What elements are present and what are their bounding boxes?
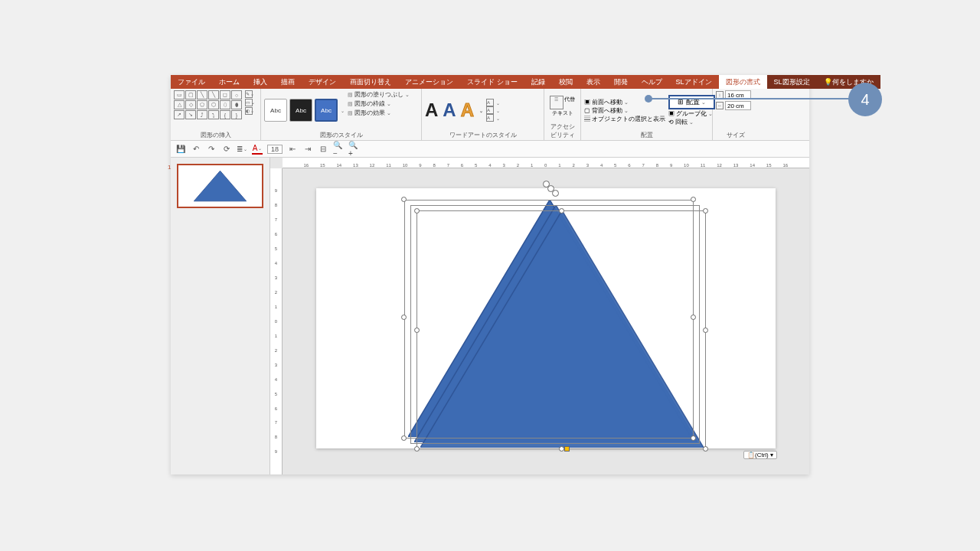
selection-handle[interactable] <box>691 197 696 202</box>
rotate-label: 回転 <box>675 119 688 126</box>
selection-pane-label: オブジェクトの選択と表示 <box>592 116 665 122</box>
tab-sladdin[interactable]: SLアドイン <box>669 75 719 89</box>
group-label: 図形のスタイル <box>264 131 418 139</box>
group-insert-shapes: ▭▢╲╲◻○ △◇⬠⬡⬯⬮ ↗↘⤴⤵{} ✎ ▭ ◐ 図形の挿入 <box>171 89 261 140</box>
wordart-more[interactable] <box>479 107 483 114</box>
shape-extra-dropdowns[interactable]: ✎ ▭ ◐ <box>245 90 253 130</box>
bullets-icon[interactable]: ≣ <box>237 144 247 155</box>
shapes-gallery[interactable]: ▭▢╲╲◻○ △◇⬠⬡⬯⬮ ↗↘⤴⤵{} <box>174 90 242 130</box>
tab-file[interactable]: ファイル <box>171 75 212 89</box>
selection-pane-button[interactable]: ▤ オブジェクトの選択と表示 <box>584 115 665 123</box>
redo-icon[interactable]: ↷ <box>206 144 217 155</box>
bring-forward-label: 前面へ移動 <box>592 99 622 106</box>
selection-handle[interactable] <box>401 315 407 320</box>
svg-marker-0 <box>194 171 246 201</box>
selection-box-3 <box>416 210 706 449</box>
repeat-icon[interactable]: ⟳ <box>221 144 232 155</box>
save-icon[interactable]: 💾 <box>175 144 186 155</box>
style-gallery-more[interactable] <box>340 107 345 114</box>
alt-text-button[interactable]: ☰ 代替テキスト <box>547 96 577 116</box>
wordart-options: A A A <box>486 99 500 122</box>
ribbon-tabs: ファイル ホーム 挿入 描画 デザイン 画面切り替え アニメーション スライド … <box>171 75 809 89</box>
text-effects-button[interactable]: A <box>486 114 500 122</box>
thumbnail-number: 1 <box>168 164 171 171</box>
ctrl-hint-label: (Ctrl) <box>755 452 769 458</box>
group-shape-styles: Abc Abc Abc 図形の塗りつぶし 図形の枠線 図形の効果 図形のスタイル <box>261 89 422 140</box>
tab-animations[interactable]: アニメーション <box>398 75 460 89</box>
undo-icon[interactable]: ↶ <box>191 144 201 155</box>
wordart-preset-2[interactable]: A <box>443 99 456 121</box>
slide-thumbnail-1[interactable] <box>177 164 263 208</box>
tab-review[interactable]: 校閲 <box>552 75 580 89</box>
callout-connector-line <box>648 98 856 99</box>
group-label: グループ化 <box>676 110 707 117</box>
shape-style-gallery[interactable]: Abc Abc Abc <box>264 90 345 130</box>
tab-insert[interactable]: 挿入 <box>247 75 274 89</box>
selection-handle[interactable] <box>691 435 696 441</box>
wordart-preset-1[interactable]: A <box>425 99 438 121</box>
group-label: サイズ <box>716 131 756 139</box>
callout-step-badge: 4 <box>848 83 882 116</box>
decrease-indent-icon[interactable]: ⇤ <box>287 144 298 155</box>
shape-outline-button[interactable]: 図形の枠線 <box>348 99 410 108</box>
shape-width-field[interactable]: 20 cm <box>725 101 751 110</box>
powerpoint-window: ファイル ホーム 挿入 描画 デザイン 画面切り替え アニメーション スライド … <box>171 75 809 474</box>
width-icon: ↔ <box>716 102 724 109</box>
zoom-out-icon[interactable]: 🔍− <box>333 144 344 155</box>
tab-shape-format[interactable]: 図形の書式 <box>719 75 767 89</box>
rotation-handle[interactable] <box>552 190 559 197</box>
group-wordart-styles: A A A A A A ワードアートのスタイル <box>422 89 544 140</box>
text-fill-button[interactable]: A <box>486 99 500 106</box>
group-button[interactable]: ▣ グループ化 <box>668 109 714 118</box>
text-outline-button[interactable]: A <box>486 106 500 114</box>
wordart-gallery[interactable]: A A A <box>425 99 483 121</box>
group-label: 図形の挿入 <box>174 131 257 139</box>
tab-slideshow[interactable]: スライド ショー <box>460 75 524 89</box>
tab-design[interactable]: デザイン <box>302 75 343 89</box>
increase-indent-icon[interactable]: ⇥ <box>302 144 313 155</box>
shape-style-options: 図形の塗りつぶし 図形の枠線 図形の効果 <box>348 90 410 130</box>
shape-fill-button[interactable]: 図形の塗りつぶし <box>348 90 410 99</box>
font-color-icon[interactable]: A <box>252 144 263 155</box>
align-button[interactable]: ⊞ 配置 <box>668 95 714 109</box>
workspace: 1 16151413121110987654321012345678910111… <box>171 158 809 474</box>
horizontal-ruler: 1615141312111098765432101234567891011121… <box>283 158 809 168</box>
style-preset-3[interactable]: Abc <box>315 99 338 122</box>
tab-transitions[interactable]: 画面切り替え <box>343 75 398 89</box>
font-size-field[interactable]: 18 <box>267 145 283 154</box>
tab-sl-shape-settings[interactable]: SL図形設定 <box>767 75 817 89</box>
tab-view[interactable]: 表示 <box>580 75 607 89</box>
group-label: ワードアートのスタイル <box>425 131 541 139</box>
selection-handle[interactable] <box>401 197 407 202</box>
tab-developer[interactable]: 開発 <box>607 75 635 89</box>
ribbon: ▭▢╲╲◻○ △◇⬠⬡⬯⬮ ↗↘⤴⤵{} ✎ ▭ ◐ 図形の挿入 Abc Abc… <box>171 89 809 141</box>
wordart-preset-3[interactable]: A <box>461 99 474 121</box>
quick-access-toolbar: 💾 ↶ ↷ ⟳ ≣ A 18 ⇤ ⇥ ⊟ 🔍− 🔍+ <box>171 141 809 158</box>
style-preset-1[interactable]: Abc <box>264 99 287 122</box>
ruler-toggle-icon[interactable]: ⊟ <box>318 144 328 155</box>
shape-effects-button[interactable]: 図形の効果 <box>348 109 410 117</box>
zoom-in-icon[interactable]: 🔍+ <box>348 144 359 155</box>
tab-help[interactable]: ヘルプ <box>635 75 669 89</box>
style-preset-2[interactable]: Abc <box>289 99 312 122</box>
slide-canvas-area: 1615141312111098765432101234567891011121… <box>270 158 809 474</box>
group-accessibility: ☰ 代替テキスト アクセシビリティ <box>544 89 581 140</box>
slide-thumbnails-panel: 1 <box>171 158 270 474</box>
send-backward-button[interactable]: ▢ 背面へ移動 <box>584 106 665 115</box>
send-backward-label: 背面へ移動 <box>592 107 622 114</box>
tab-draw[interactable]: 描画 <box>274 75 302 89</box>
vertical-ruler: 9876543210123456789 <box>270 168 283 474</box>
tab-record[interactable]: 記録 <box>524 75 552 89</box>
selection-handle[interactable] <box>691 315 696 320</box>
rotate-button[interactable]: ⟲ 回転 <box>668 118 714 126</box>
slide[interactable]: 📋(Ctrl) ▾ <box>316 188 776 448</box>
selection-handle[interactable] <box>401 435 407 441</box>
paste-options-tag[interactable]: 📋(Ctrl) ▾ <box>743 451 777 459</box>
group-label: アクセシビリティ <box>547 122 577 139</box>
tab-home[interactable]: ホーム <box>212 75 247 89</box>
shape-width-row: ↔ 20 cm <box>716 101 756 110</box>
group-label: 配置 <box>584 131 709 139</box>
group-size: ↕ 16 cm ↔ 20 cm サイズ <box>713 89 759 140</box>
